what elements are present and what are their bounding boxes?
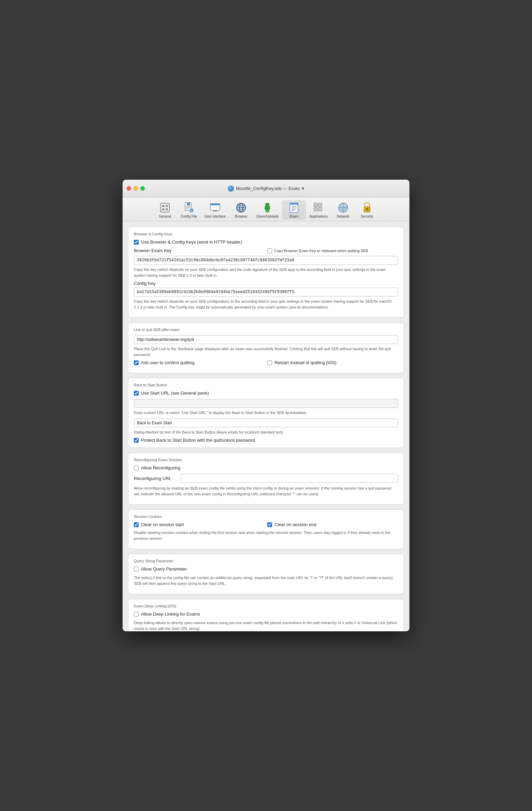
query-string-section: Query String Parameter Allow Query Param… — [128, 554, 404, 594]
use-keys-checkbox[interactable] — [134, 240, 139, 245]
clear-end-col: Clear on session end — [267, 522, 398, 527]
toolbar-label-exam: Exam — [290, 215, 298, 218]
toolbar-item-general[interactable]: General — [153, 200, 177, 220]
window-title: Moodle_ConfigKey.seb — Exam — [236, 186, 300, 191]
protect-checkbox[interactable] — [134, 438, 139, 443]
deep-linking-desc: Deep linking allows to directly open var… — [134, 620, 398, 631]
svg-rect-28 — [291, 209, 295, 210]
svg-rect-1 — [162, 205, 164, 207]
reconfig-url-input[interactable] — [181, 474, 398, 483]
maximize-button[interactable] — [140, 186, 145, 191]
query-string-title: Query String Parameter — [134, 559, 398, 563]
custom-url-input[interactable] — [134, 399, 398, 408]
toolbar-label-browser: Browser — [235, 215, 248, 218]
button-title-desc: Dialog title/tool tip text of the Back t… — [134, 429, 398, 435]
session-cookies-row: Clear on session start Clear on session … — [134, 522, 398, 527]
allow-reconfiguring-label: Allow Reconfiguring — [141, 465, 180, 470]
toolbar-label-user-interface: User Interface — [204, 215, 226, 218]
use-start-url-checkbox[interactable] — [134, 391, 139, 396]
network-icon — [337, 202, 349, 214]
ask-confirm-row: Ask user to confirm quitting — [134, 360, 195, 365]
restart-checkbox[interactable] — [267, 360, 272, 365]
clear-start-row: Clear on session start — [134, 522, 184, 527]
clipboard-checkbox[interactable] — [267, 248, 272, 253]
toolbar-item-applications[interactable]: Applications — [306, 200, 331, 220]
config-file-icon: N — [183, 202, 195, 214]
allow-deep-linking-checkbox[interactable] — [134, 612, 139, 617]
button-title-input[interactable] — [134, 418, 398, 427]
use-start-url-label: Use Start URL (see General pane) — [141, 390, 209, 396]
toolbar-item-user-interface[interactable]: User Interface — [201, 200, 229, 220]
browser-key-label-area: Browser Exam Key — [134, 248, 265, 253]
ask-confirm-checkbox[interactable] — [134, 360, 139, 365]
title-arrow: ▾ — [302, 186, 304, 191]
clipboard-row: Copy Browser Exam Key to clipboard when … — [267, 248, 368, 253]
toolbar-item-exam[interactable]: Exam — [282, 200, 306, 220]
svg-rect-26 — [291, 206, 297, 207]
svg-rect-4 — [166, 208, 168, 210]
quit-link-title: Link to quit SEB after exam — [134, 328, 398, 332]
config-key-input[interactable] — [134, 288, 398, 297]
toolbar-item-network[interactable]: Network — [331, 200, 355, 220]
svg-rect-3 — [166, 205, 168, 207]
toolbar-item-down-uploads[interactable]: Down/Uploads — [253, 200, 282, 220]
svg-rect-45 — [367, 209, 367, 211]
config-key-desc: Copy this key (which depends on your SEB… — [134, 299, 398, 310]
svg-rect-15 — [213, 210, 217, 211]
toolbar-item-security[interactable]: Security — [355, 200, 379, 220]
toolbar: General N Config File — [123, 197, 409, 221]
svg-rect-33 — [314, 203, 318, 207]
clipboard-row-area: Copy Browser Exam Key to clipboard when … — [267, 248, 398, 253]
restart-col: Restart instead of quitting (iOS) — [267, 360, 398, 365]
ask-confirm-label: Ask user to confirm quitting — [141, 360, 195, 365]
toolbar-label-applications: Applications — [309, 215, 328, 218]
toolbar-label-general: General — [159, 215, 171, 218]
svg-rect-6 — [187, 203, 190, 205]
svg-rect-8 — [186, 207, 191, 208]
quit-url-input[interactable] — [134, 335, 398, 344]
browser-icon — [235, 202, 247, 214]
svg-rect-0 — [160, 203, 169, 212]
use-start-url-row: Use Start URL (see General pane) — [134, 390, 398, 396]
svg-text:N: N — [191, 209, 193, 212]
restart-row: Restart instead of quitting (iOS) — [267, 360, 336, 365]
svg-rect-13 — [210, 204, 220, 205]
reconfiguring-title: Reconfiguring Exam Session — [134, 458, 398, 462]
config-key-label: Config Key — [134, 281, 398, 286]
browser-key-header: Browser Exam Key Copy Browser Exam Key t… — [134, 248, 398, 253]
svg-point-21 — [237, 203, 246, 212]
session-cookies-desc: Disable clearing session cookies when en… — [134, 530, 398, 541]
toolbar-label-security: Security — [361, 215, 373, 218]
reconfiguring-section: Reconfiguring Exam Session Allow Reconfi… — [128, 453, 404, 505]
svg-rect-29 — [291, 210, 295, 211]
globe-icon — [228, 185, 234, 192]
clear-start-checkbox[interactable] — [134, 522, 139, 527]
reconfig-url-row: Reconfiguring URL — [134, 474, 398, 483]
toolbar-item-browser[interactable]: Browser — [229, 200, 253, 220]
protect-label: Protect Back to Start Button with the qu… — [141, 438, 255, 443]
traffic-lights — [127, 186, 145, 191]
quit-link-desc: Place this Quit Link to the 'feedback' p… — [134, 346, 398, 357]
clear-end-checkbox[interactable] — [267, 522, 272, 527]
main-content: Browser & Config Keys Use Browser & Conf… — [123, 221, 409, 631]
svg-rect-7 — [186, 206, 191, 207]
user-interface-icon — [209, 202, 221, 214]
close-button[interactable] — [127, 186, 131, 191]
allow-deep-linking-label: Allow Deep Linking for Exams — [141, 611, 200, 617]
session-cookies-section: Session Cookies Clear on session start C… — [128, 509, 404, 549]
svg-rect-35 — [314, 207, 318, 211]
deep-linking-section: Exam Deep Linking (iOS) Allow Deep Linki… — [128, 599, 404, 631]
allow-query-label: Allow Query Parameter — [141, 566, 187, 572]
svg-rect-9 — [186, 209, 189, 209]
browser-key-input[interactable] — [134, 256, 398, 265]
allow-deep-linking-row: Allow Deep Linking for Exams — [134, 611, 398, 617]
use-keys-row: Use Browser & Config Keys (send in HTTP … — [134, 239, 398, 245]
restart-label: Restart instead of quitting (iOS) — [275, 360, 336, 365]
clear-end-label: Clear on session end — [275, 522, 316, 527]
allow-query-checkbox[interactable] — [134, 567, 139, 572]
main-window: Moodle_ConfigKey.seb — Exam ▾ General — [123, 180, 409, 631]
minimize-button[interactable] — [134, 186, 138, 191]
toolbar-label-network: Network — [337, 215, 350, 218]
allow-reconfiguring-checkbox[interactable] — [134, 466, 139, 470]
toolbar-item-config-file[interactable]: N Config File — [177, 200, 201, 220]
